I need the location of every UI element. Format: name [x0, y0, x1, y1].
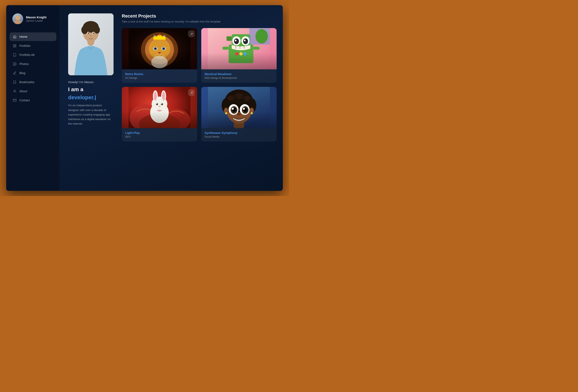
project-thumb-synthwave-symphony [201, 87, 277, 128]
sidebar: Mason Knight Opinion Leader Home Portfol… [6, 5, 60, 191]
project-card-mystical-meadows[interactable]: Mystical Meadows Web Design & Developmen… [201, 28, 277, 83]
svg-point-68 [161, 103, 163, 105]
app-window: Mason Knight Opinion Leader Home Portfol… [6, 5, 283, 191]
bookmark-icon [13, 80, 16, 84]
project-link-btn-light-play[interactable]: ↗ [188, 89, 195, 96]
svg-point-43 [243, 38, 248, 44]
svg-point-90 [243, 108, 245, 110]
svg-point-71 [158, 106, 161, 107]
pen-icon [13, 71, 16, 75]
svg-point-69 [156, 103, 157, 104]
project-info-synthwave-symphony: Synthwave Symphony Social Media [201, 128, 277, 141]
svg-rect-0 [13, 44, 14, 45]
project-name-mystical-meadows: Mystical Meadows [205, 72, 273, 76]
svg-point-89 [232, 108, 234, 110]
svg-rect-50 [223, 47, 229, 50]
svg-point-8 [14, 90, 15, 91]
projects-subtitle: Take a look at the stuff I've been worki… [122, 20, 277, 23]
tablet-icon [13, 53, 16, 57]
project-category-retro-remix: UX Design [125, 77, 194, 80]
project-card-synthwave-symphony[interactable]: Synthwave Symphony Social Media [201, 87, 277, 141]
sidebar-item-photos-label: Photos [19, 62, 29, 66]
svg-point-66 [162, 92, 165, 101]
svg-point-20 [93, 32, 94, 34]
project-name-retro-remix: Retro Remix [125, 72, 194, 76]
message-icon [13, 98, 16, 102]
svg-point-53 [240, 52, 243, 55]
profile-name: Mason Knight [26, 15, 47, 19]
sidebar-item-bookmarks[interactable]: Bookmarks [9, 78, 56, 87]
svg-rect-3 [15, 46, 16, 47]
svg-point-70 [161, 103, 162, 104]
svg-point-91 [237, 113, 241, 116]
hero-headline-highlight: developer.| [68, 94, 96, 101]
profile-title: Opinion Leader [26, 19, 47, 22]
svg-point-27 [154, 35, 155, 37]
project-category-synthwave-symphony: Social Media [205, 135, 273, 138]
sidebar-item-portfolio[interactable]: Portfolio [9, 42, 56, 50]
svg-point-28 [164, 35, 165, 37]
hero-description: I'm an independent product designer with… [68, 103, 111, 126]
svg-point-45 [244, 40, 246, 41]
hero-headline-prefix: I am a [68, 86, 83, 93]
hero-section: Howdy! I'm Mason. I am a developer.| I'm… [60, 5, 118, 191]
hero-greeting: Howdy! I'm Mason. [68, 80, 111, 84]
svg-rect-9 [13, 99, 16, 101]
avatar-image [12, 13, 23, 24]
svg-rect-51 [253, 47, 260, 50]
main-content: Howdy! I'm Mason. I am a developer.| I'm… [60, 5, 283, 191]
svg-point-81 [233, 95, 237, 99]
project-name-light-play: Light Play [125, 131, 194, 134]
svg-point-54 [243, 52, 247, 55]
svg-point-95 [251, 112, 253, 114]
svg-point-56 [256, 29, 268, 44]
svg-point-36 [151, 56, 168, 68]
sidebar-item-blog[interactable]: Blog [9, 69, 56, 77]
svg-point-19 [88, 32, 89, 34]
home-icon [13, 35, 16, 39]
projects-title: Recent Projects [122, 13, 277, 19]
sidebar-item-contact-label: Contact [19, 99, 30, 102]
svg-point-65 [154, 92, 157, 101]
sidebar-item-bookmarks-label: Bookmarks [19, 81, 35, 84]
svg-rect-2 [13, 46, 14, 47]
sidebar-item-about-label: About [19, 89, 27, 93]
sidebar-item-photos[interactable]: Photos [9, 60, 56, 68]
project-name-synthwave-symphony: Synthwave Symphony [205, 131, 273, 134]
svg-rect-25 [153, 38, 166, 40]
project-info-light-play: Light Play SEO [122, 128, 197, 141]
sidebar-item-portfolio-alt[interactable]: Portfolio Alt [9, 50, 56, 59]
svg-point-82 [241, 95, 246, 99]
svg-point-42 [234, 38, 239, 44]
sidebar-item-about[interactable]: About [9, 87, 56, 95]
svg-point-5 [14, 55, 15, 56]
image-icon [13, 62, 16, 66]
project-card-light-play[interactable]: ↗ Light Play SEO [122, 87, 197, 141]
svg-rect-1 [15, 44, 16, 45]
user-icon [13, 89, 16, 93]
svg-rect-4 [13, 53, 16, 56]
project-card-retro-remix[interactable]: ↗ Retro Remix UX Design [122, 28, 197, 83]
profile-section: Mason Knight Opinion Leader [6, 13, 60, 32]
project-category-light-play: SEO [125, 135, 194, 138]
hero-text: Howdy! I'm Mason. I am a developer.| I'm… [68, 80, 111, 126]
project-thumb-mystical-meadows [201, 28, 277, 69]
sidebar-item-blog-label: Blog [19, 71, 25, 75]
nav-menu: Home Portfolio Portfolio Alt Photos [6, 32, 60, 105]
hero-photo [68, 13, 113, 75]
project-link-btn-retro-remix[interactable]: ↗ [188, 31, 195, 37]
sidebar-item-home[interactable]: Home [9, 32, 56, 41]
project-thumb-retro-remix: ↗ [122, 28, 197, 69]
svg-point-26 [159, 34, 160, 36]
svg-point-15 [81, 26, 88, 34]
projects-header: Recent Projects Take a look at the stuff… [122, 13, 277, 23]
projects-section: Recent Projects Take a look at the stuff… [118, 5, 283, 191]
profile-info: Mason Knight Opinion Leader [26, 15, 47, 22]
project-info-retro-remix: Retro Remix UX Design [122, 69, 197, 83]
project-category-mystical-meadows: Web Design & Development [205, 77, 273, 80]
projects-grid: ↗ Retro Remix UX Design [122, 28, 277, 141]
sidebar-item-contact[interactable]: Contact [9, 96, 56, 105]
sidebar-item-portfolio-label: Portfolio [19, 44, 30, 47]
svg-point-44 [235, 40, 237, 41]
svg-point-34 [163, 48, 165, 49]
